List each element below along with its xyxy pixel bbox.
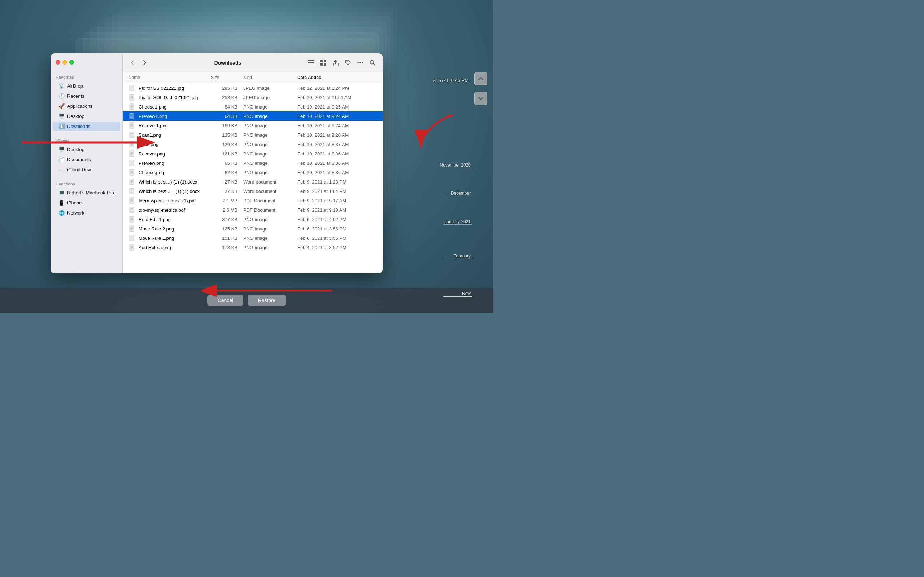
file-rows-container: Pic for SS 021221.jpg 285 KB JPEG image …: [123, 83, 383, 252]
table-row[interactable]: Scan1.png 135 KB PNG image Feb 10, 2021 …: [123, 130, 383, 140]
file-size: 151 KB: [211, 235, 243, 241]
grid-view-button[interactable]: [318, 58, 328, 68]
file-date: Feb 12, 2021 at 1:24 PM: [297, 85, 377, 91]
file-name: Scan.png: [139, 142, 158, 147]
timeline-label-now: Now: [462, 291, 471, 296]
table-row[interactable]: Scan.png 126 KB PNG image Feb 10, 2021 a…: [123, 140, 383, 149]
minimize-button[interactable]: [63, 60, 67, 64]
table-row[interactable]: Rule Edit 1.png 377 KB PNG image Feb 6, …: [123, 214, 383, 224]
search-button[interactable]: [367, 58, 378, 68]
file-size: 2.1 MB: [211, 198, 243, 203]
file-date: Feb 10, 2021 at 8:36 AM: [297, 161, 377, 166]
timeline-line-dec: [443, 196, 472, 196]
file-kind: PNG image: [243, 161, 297, 166]
airdrop-label: AirDrop: [67, 83, 83, 89]
col-header-date[interactable]: Date Added: [297, 74, 377, 82]
file-kind: Word document: [243, 189, 297, 194]
airdrop-icon: 📡: [58, 83, 64, 89]
timeline: 2/17/21, 6:46 PM November 2020 December …: [430, 0, 493, 313]
file-name: top-my-sql-metrics.pdf: [139, 207, 185, 213]
svg-rect-1: [308, 62, 314, 63]
icloud-drive-label: iCloud Drive: [67, 167, 93, 172]
table-row[interactable]: Pic for SS 021221.jpg 285 KB JPEG image …: [123, 83, 383, 93]
col-header-size[interactable]: Size: [211, 74, 243, 82]
file-kind: PNG image: [243, 104, 297, 110]
forward-button[interactable]: [140, 58, 149, 68]
traffic-lights: [56, 60, 74, 64]
network-label: Network: [67, 210, 84, 216]
col-header-kind[interactable]: Kind: [243, 74, 297, 82]
recents-label: Recents: [67, 93, 84, 99]
network-icon: 🌐: [58, 210, 64, 216]
file-icon: [129, 160, 136, 167]
recents-icon: 🕐: [58, 93, 64, 99]
file-date: Feb 9, 2021 at 9:10 AM: [297, 207, 377, 213]
file-icon: [129, 178, 136, 185]
file-name: Preview.png: [139, 161, 164, 166]
close-button[interactable]: [56, 60, 60, 64]
sidebar-item-icloud-desktop[interactable]: 🖥️ Desktop: [53, 145, 120, 154]
sidebar-item-recents[interactable]: 🕐 Recents: [53, 91, 120, 101]
table-row[interactable]: Recover1.png 166 KB PNG image Feb 10, 20…: [123, 121, 383, 130]
timeline-up-button[interactable]: [474, 72, 487, 85]
svg-rect-4: [324, 60, 326, 62]
table-row[interactable]: Choose1.png 84 KB PNG image Feb 10, 2021…: [123, 102, 383, 111]
col-header-name[interactable]: Name: [129, 74, 211, 82]
file-name: Add Rule 5.png: [139, 245, 171, 250]
table-row[interactable]: Which is best...) (1) (1).docx 27 KB Wor…: [123, 177, 383, 187]
file-date: Feb 10, 2021 at 8:36 AM: [297, 151, 377, 156]
file-size: 84 KB: [211, 104, 243, 110]
file-kind: PNG image: [243, 114, 297, 119]
more-button[interactable]: [355, 58, 365, 68]
file-size: 161 KB: [211, 151, 243, 156]
file-date: Feb 6, 2021 at 3:55 PM: [297, 235, 377, 241]
documents-icon: 📄: [58, 156, 64, 162]
file-icon: [129, 94, 136, 101]
file-name: Scan1.png: [139, 132, 161, 138]
file-size: 258 KB: [211, 95, 243, 100]
table-row[interactable]: Pic for SQL D...L 021021.jpg 258 KB JPEG…: [123, 93, 383, 102]
tag-button[interactable]: [343, 58, 353, 68]
file-name: Rule Edit 1.png: [139, 217, 171, 222]
file-icon: [129, 187, 136, 195]
table-row[interactable]: Preview.png 65 KB PNG image Feb 10, 2021…: [123, 158, 383, 168]
icloud-desktop-label: Desktop: [67, 147, 84, 152]
table-row[interactable]: Preview1.png 64 KB PNG image Feb 10, 202…: [123, 111, 383, 121]
timeline-line-nov: [443, 168, 472, 168]
sidebar-item-desktop[interactable]: 🖥️ Desktop: [53, 111, 120, 121]
maximize-button[interactable]: [69, 60, 74, 64]
svg-rect-0: [308, 60, 314, 61]
sidebar-item-macbook[interactable]: 💻 Robert's MacBook Pro: [53, 188, 120, 197]
sidebar-item-icloud-drive[interactable]: ☁️ iCloud Drive: [53, 165, 120, 174]
list-view-button[interactable]: [306, 58, 316, 68]
file-name: Idera-wp-5-...rnance (1).pdf: [139, 198, 195, 203]
back-button[interactable]: [128, 58, 137, 68]
file-size: 166 KB: [211, 123, 243, 128]
table-row[interactable]: Recover.png 161 KB PNG image Feb 10, 202…: [123, 149, 383, 158]
table-row[interactable]: Move Rule 2.png 125 KB PNG image Feb 6, …: [123, 224, 383, 233]
locations-section-label: Locations: [50, 177, 122, 187]
sidebar-item-downloads[interactable]: ⬇️ Downloads: [53, 121, 120, 131]
table-row[interactable]: Which is best...._ (1) (1).docx 27 KB Wo…: [123, 187, 383, 196]
file-date: Feb 10, 2021 at 9:20 AM: [297, 132, 377, 138]
sidebar-item-documents[interactable]: 📄 Documents: [53, 155, 120, 164]
sidebar-item-applications[interactable]: 🚀 Applications: [53, 102, 120, 111]
cancel-button[interactable]: Cancel: [207, 295, 243, 306]
sidebar-item-airdrop[interactable]: 📡 AirDrop: [53, 81, 120, 90]
share-button[interactable]: [331, 58, 341, 68]
table-row[interactable]: Add Rule 5.png 173 KB PNG image Feb 4, 2…: [123, 243, 383, 252]
sidebar-item-network[interactable]: 🌐 Network: [53, 208, 120, 218]
file-icon: [129, 216, 136, 223]
table-row[interactable]: Choose.png 82 KB PNG image Feb 10, 2021 …: [123, 168, 383, 177]
restore-button[interactable]: Restore: [247, 295, 286, 306]
file-date: Feb 10, 2021 at 11:51 AM: [297, 95, 377, 100]
file-name: Pic for SS 021221.jpg: [139, 85, 184, 91]
file-name: Preview1.png: [139, 114, 167, 119]
table-row[interactable]: Move Rule 1.png 151 KB PNG image Feb 6, …: [123, 233, 383, 243]
timeline-down-button[interactable]: [474, 92, 487, 105]
table-row[interactable]: top-my-sql-metrics.pdf 2.6 MB PDF Docume…: [123, 205, 383, 214]
file-name: Pic for SQL D...L 021021.jpg: [139, 95, 198, 100]
sidebar-item-iphone[interactable]: 📱 iPhone: [53, 198, 120, 207]
macbook-icon: 💻: [58, 190, 64, 195]
table-row[interactable]: Idera-wp-5-...rnance (1).pdf 2.1 MB PDF …: [123, 196, 383, 205]
